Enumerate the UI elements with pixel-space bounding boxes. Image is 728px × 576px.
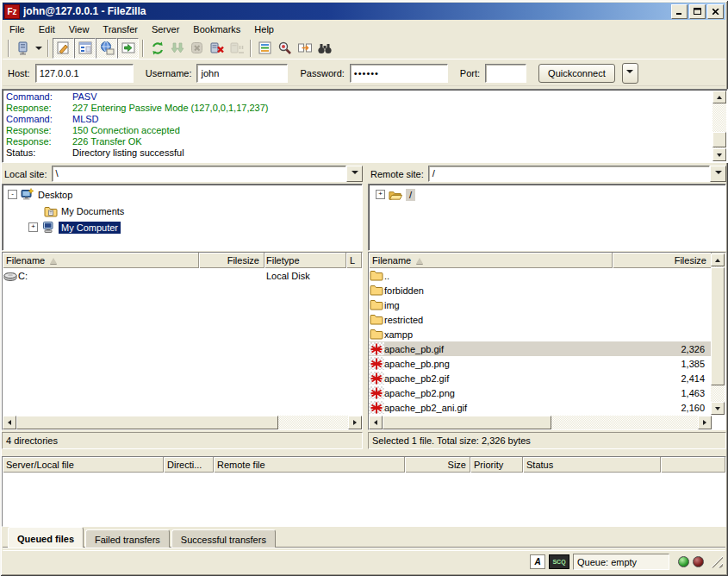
remote-file-row[interactable]: apache_pb.png 1,385 — [369, 356, 712, 371]
remote-file-row[interactable]: img — [369, 297, 712, 312]
reconnect-button[interactable] — [227, 39, 246, 58]
scroll-right-button[interactable] — [348, 416, 362, 429]
remote-file-row[interactable]: apache_pb2.png 1,463 — [369, 385, 712, 400]
local-site-dropdown-button[interactable] — [346, 166, 363, 182]
remote-file-row[interactable]: restricted — [369, 312, 712, 327]
quickconnect-dropdown-button[interactable] — [622, 63, 638, 84]
toggle-local-tree-button[interactable] — [74, 38, 96, 59]
remote-file-row[interactable]: .. — [369, 268, 712, 283]
remote-file-row[interactable]: forbidden — [369, 283, 712, 297]
process-queue-button[interactable] — [167, 39, 187, 58]
column-header-priority[interactable]: Priority — [470, 457, 523, 473]
scrollbar-thumb[interactable] — [711, 267, 725, 385]
remote-file-row[interactable]: xampp — [369, 327, 712, 341]
tree-item-label: Desktop — [38, 190, 72, 200]
remote-file-row-selected[interactable]: apache_pb.gif 2,326 — [369, 341, 712, 356]
site-manager-dropdown-button[interactable] — [33, 39, 44, 58]
column-header-server-local-file[interactable]: Server/Local file — [3, 457, 164, 473]
local-horizontal-scrollbar[interactable] — [3, 416, 362, 429]
find-files-button[interactable] — [314, 39, 334, 58]
resize-grip[interactable] — [711, 556, 723, 568]
menu-transfer[interactable]: Transfer — [96, 22, 145, 36]
scroll-up-button[interactable] — [711, 254, 725, 266]
synchronized-browsing-button[interactable] — [295, 39, 314, 58]
scroll-left-button[interactable] — [369, 416, 383, 429]
remote-file-row[interactable]: apache_pb2.gif 2,414 — [369, 371, 712, 385]
column-header-last-modified[interactable]: L — [346, 253, 362, 268]
window-title: john@127.0.0.1 - FileZilla — [23, 5, 669, 17]
column-header-filesize[interactable]: Filesize — [613, 253, 712, 268]
column-header-direction[interactable]: Directi... — [164, 457, 214, 473]
scroll-left-button[interactable] — [3, 416, 16, 429]
reconnect-icon — [229, 41, 245, 56]
column-header-filetype[interactable]: Filetype — [264, 253, 346, 268]
transfer-type-indicator-icon[interactable]: A — [530, 554, 545, 569]
collapse-expander[interactable]: - — [8, 190, 17, 199]
scroll-up-button[interactable] — [712, 91, 726, 103]
scrollbar-thumb[interactable] — [16, 416, 278, 429]
minimize-button[interactable] — [671, 4, 688, 19]
close-button[interactable] — [707, 4, 724, 19]
toggle-remote-tree-button[interactable] — [96, 38, 117, 59]
site-manager-button[interactable] — [13, 39, 33, 58]
menu-server[interactable]: Server — [145, 22, 186, 36]
tab-successful-transfers[interactable]: Successful transfers — [171, 529, 276, 548]
column-header-size[interactable]: Size — [405, 457, 470, 473]
folder-icon — [369, 298, 384, 311]
disconnect-icon — [209, 41, 225, 56]
expand-expander[interactable]: + — [28, 222, 38, 232]
refresh-button[interactable] — [147, 39, 167, 58]
apache-feather-file-icon — [369, 372, 384, 385]
refresh-icon — [150, 41, 165, 56]
password-input[interactable] — [350, 64, 448, 83]
local-site-value[interactable]: \ — [52, 166, 346, 182]
scroll-down-button[interactable] — [711, 402, 725, 415]
tree-item-desktop[interactable]: - Desktop — [3, 186, 362, 203]
directory-listing-filters-button[interactable] — [255, 39, 275, 58]
queue-body[interactable] — [3, 473, 725, 526]
remote-site-value[interactable]: / — [428, 166, 710, 182]
filename-cell: C: — [18, 271, 199, 281]
toggle-transfer-queue-button[interactable] — [117, 38, 139, 59]
remote-horizontal-scrollbar[interactable] — [369, 416, 712, 429]
remote-site-dropdown-button[interactable] — [710, 166, 726, 182]
quickconnect-button[interactable]: Quickconnect — [538, 64, 615, 83]
scrollbar-thumb[interactable] — [383, 416, 551, 429]
disconnect-button[interactable] — [207, 39, 227, 58]
scroll-right-button[interactable] — [698, 416, 712, 429]
tab-failed-transfers[interactable]: Failed transfers — [85, 529, 170, 548]
host-input[interactable] — [35, 64, 134, 83]
log-vertical-scrollbar[interactable] — [712, 91, 726, 161]
menu-bookmarks[interactable]: Bookmarks — [186, 22, 247, 36]
remote-file-row[interactable]: apache_pb2_ani.gif 2,160 — [369, 400, 712, 415]
cancel-operation-button[interactable] — [187, 39, 207, 58]
column-header-status[interactable]: Status — [523, 457, 661, 473]
tab-queued-files[interactable]: Queued files — [8, 527, 84, 548]
column-header-filesize[interactable]: Filesize — [199, 253, 264, 268]
scrollbar-thumb[interactable] — [712, 132, 726, 147]
toggle-message-log-button[interactable] — [53, 38, 74, 59]
port-label: Port: — [460, 68, 480, 78]
scroll-down-button[interactable] — [712, 148, 726, 161]
folder-icon — [369, 269, 384, 282]
menu-edit[interactable]: Edit — [32, 22, 62, 36]
tree-item-my-documents[interactable]: My Documents — [3, 203, 362, 219]
directory-comparison-button[interactable] — [275, 39, 295, 58]
tree-item-my-computer[interactable]: + My Computer — [3, 219, 362, 235]
speed-limit-indicator-icon[interactable]: SCQ — [549, 554, 569, 569]
username-input[interactable] — [196, 64, 288, 83]
column-header-filename[interactable]: Filename — [3, 253, 199, 268]
menu-view[interactable]: View — [62, 22, 96, 36]
port-input[interactable] — [485, 64, 526, 83]
remote-vertical-scrollbar[interactable] — [711, 254, 725, 415]
expand-expander[interactable]: + — [376, 190, 385, 199]
column-header-filename[interactable]: Filename — [369, 253, 613, 268]
tree-item-root[interactable]: + / — [369, 186, 725, 203]
local-site-combobox[interactable]: \ — [52, 166, 363, 182]
local-file-row[interactable]: C: Local Disk — [3, 268, 362, 283]
column-header-remote-file[interactable]: Remote file — [214, 457, 405, 473]
menu-help[interactable]: Help — [247, 22, 281, 36]
menu-file[interactable]: File — [3, 22, 32, 36]
maximize-button[interactable] — [689, 4, 706, 19]
remote-site-combobox[interactable]: / — [428, 166, 726, 182]
